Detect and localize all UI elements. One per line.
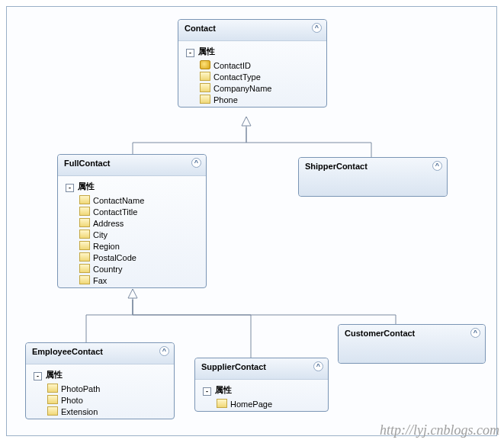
- properties-heading[interactable]: 属性: [63, 178, 201, 194]
- diagram-frame: Contact ^ 属性 ContactID ContactType Compa…: [6, 6, 497, 436]
- entity-title: ShipperContact: [305, 162, 368, 171]
- entity-suppliercontact[interactable]: SupplierContact ^ 属性 HomePage: [194, 358, 329, 412]
- property-row[interactable]: City: [63, 229, 201, 240]
- property-row[interactable]: ContactType: [183, 71, 322, 82]
- properties-section: 属性 ContactName ContactTitle Address City…: [58, 176, 206, 287]
- property-row[interactable]: Phone: [183, 94, 322, 105]
- property-row[interactable]: PostalCode: [63, 252, 201, 263]
- entity-customercontact[interactable]: CustomerContact ^: [338, 324, 486, 364]
- properties-heading[interactable]: 属性: [200, 382, 323, 398]
- entity-title: EmployeeContact: [32, 347, 103, 356]
- properties-section: 属性 PhotoPath Photo Extension: [26, 364, 174, 419]
- properties-section: 属性 HomePage: [195, 380, 328, 411]
- entity-title: FullContact: [64, 159, 111, 168]
- properties-heading[interactable]: 属性: [183, 43, 322, 59]
- property-row[interactable]: Photo: [30, 394, 169, 406]
- property-row[interactable]: Fax: [63, 274, 201, 286]
- property-row[interactable]: CompanyName: [183, 82, 322, 94]
- entity-fullcontact[interactable]: FullContact ^ 属性 ContactName ContactTitl…: [57, 154, 207, 288]
- entity-title: Contact: [185, 24, 216, 33]
- property-row[interactable]: ContactName: [63, 194, 201, 206]
- entity-header: FullContact ^: [58, 155, 206, 176]
- collapse-icon[interactable]: ^: [312, 23, 322, 33]
- watermark-text: http://lyj.cnblogs.com: [380, 422, 499, 438]
- property-row[interactable]: ContactTitle: [63, 206, 201, 217]
- entity-header: Contact ^: [178, 20, 326, 41]
- collapse-icon[interactable]: ^: [432, 161, 442, 171]
- entity-shippercontact[interactable]: ShipperContact ^: [298, 157, 448, 197]
- entity-contact[interactable]: Contact ^ 属性 ContactID ContactType Compa…: [178, 19, 327, 108]
- property-row[interactable]: Region: [63, 240, 201, 252]
- entity-title: CustomerContact: [345, 329, 415, 338]
- entity-employeecontact[interactable]: EmployeeContact ^ 属性 PhotoPath Photo Ext…: [25, 342, 175, 419]
- property-row[interactable]: Extension: [30, 406, 169, 417]
- properties-heading[interactable]: 属性: [30, 367, 169, 383]
- properties-section: 属性 ContactID ContactType CompanyName Pho…: [178, 41, 326, 107]
- collapse-icon[interactable]: ^: [159, 346, 169, 356]
- entity-header: EmployeeContact ^: [26, 343, 174, 364]
- property-row[interactable]: Country: [63, 263, 201, 274]
- entity-header: ShipperContact ^: [299, 158, 447, 196]
- property-row[interactable]: HomePage: [200, 398, 323, 409]
- collapse-icon[interactable]: ^: [191, 158, 201, 168]
- property-row[interactable]: Address: [63, 217, 201, 229]
- property-row[interactable]: PhotoPath: [30, 383, 169, 394]
- collapse-icon[interactable]: ^: [470, 328, 480, 338]
- entity-header: CustomerContact ^: [339, 325, 485, 363]
- property-row[interactable]: ContactID: [183, 59, 322, 71]
- entity-title: SupplierContact: [201, 362, 266, 371]
- collapse-icon[interactable]: ^: [313, 361, 323, 371]
- entity-header: SupplierContact ^: [195, 358, 328, 380]
